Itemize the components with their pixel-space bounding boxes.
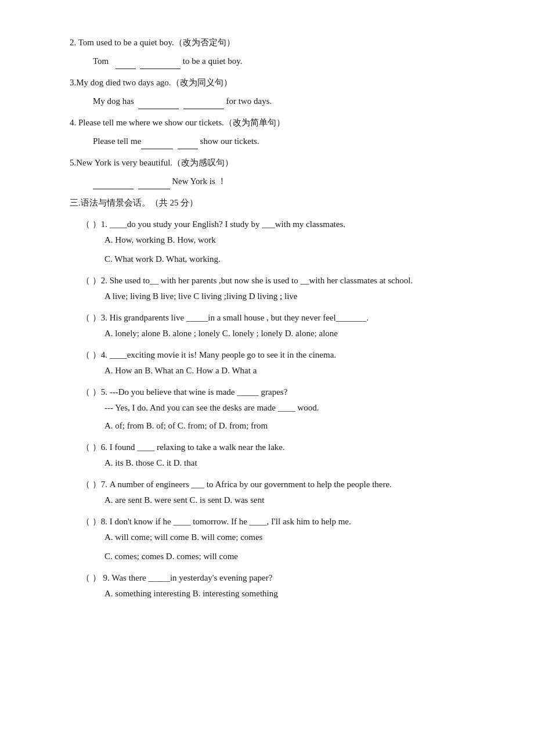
mc-q4-text: ____exciting movie it is! Many people go… — [110, 350, 336, 359]
mc-q2-opt1-text: A live; living B live; live C living ;li… — [104, 291, 298, 301]
question-3: 3.My dog died two days ago.（改为同义句） My do… — [70, 75, 488, 109]
mc-q9-opt1: A. something interesting B. interesting … — [104, 586, 488, 602]
mc-q7-opt1: A. are sent B. were sent C. is sent D. w… — [104, 492, 488, 508]
mc-q6-opt1-text: A. its B. those C. it D. that — [104, 458, 197, 467]
q5-suffix: New York is ！ — [172, 177, 226, 186]
mc-q5-opt1-text: A. of; from B. of; of C. from; of D. fro… — [104, 421, 268, 430]
mc-q8-paren: （ ）8. — [81, 517, 110, 526]
mc-q3: （ ）3. His grandparents live _____in a sm… — [70, 310, 488, 341]
mc-q4: （ ）4. ____exciting movie it is! Many peo… — [70, 347, 488, 379]
mc-q9-text: Was there _____in yesterday's evening pa… — [112, 573, 273, 582]
mc-q2-text: She used to__ with her parents ,but now … — [110, 276, 413, 285]
q5-answer: New York is ！ — [93, 173, 488, 189]
mc-q3-stem: （ ）3. His grandparents live _____in a sm… — [81, 310, 488, 326]
mc-q6-stem: （ ）6. I found ____ relaxing to take a wa… — [81, 440, 488, 455]
mc-q4-paren: （ ）4. — [81, 350, 110, 359]
mc-q8-opt2-text: C. comes; comes D. comes; will come — [104, 552, 238, 561]
mc-q1-opt1-text: A. How, working B. How, work — [104, 235, 216, 244]
q5-stem: 5.New York is very beautiful.（改为感叹句） — [70, 155, 488, 171]
mc-q2-opt1: A live; living B live; live C living ;li… — [104, 289, 488, 304]
mc-q1-opt2: C. What work D. What, working. — [104, 251, 488, 267]
mc-q7-paren: （ ）7. — [81, 480, 110, 489]
mc-q9-stem: （ ） 9. Was there _____in yesterday's eve… — [81, 570, 488, 586]
mc-q1-stem: （ ）1. ____do you study your English? I s… — [81, 217, 488, 232]
mc-q6-opt1: A. its B. those C. it D. that — [104, 455, 488, 471]
q2-suffix: to be a quiet boy. — [183, 56, 243, 66]
mc-q7-text: A number of engineers ___ to Africa by o… — [110, 480, 392, 489]
mc-q4-stem: （ ）4. ____exciting movie it is! Many peo… — [81, 347, 488, 363]
mc-q8-opt2: C. comes; comes D. comes; will come — [104, 549, 488, 564]
q4-answer: Please tell me show our tickets. — [93, 133, 488, 149]
mc-q7-stem: （ ）7. A number of engineers ___ to Afric… — [81, 477, 488, 492]
q2-prefix: Tom — [93, 56, 109, 66]
q4-stem: 4. Please tell me where we show our tick… — [70, 115, 488, 131]
section3-header: 三.语法与情景会话。（共 25 分） — [70, 195, 488, 211]
q2-blank2 — [140, 53, 181, 69]
mc-q1-text: ____do you study your English? I study b… — [110, 219, 345, 229]
mc-q5-stem2: --- Yes, I do. And you can see the desks… — [104, 400, 488, 416]
mc-q6-paren: （ ）6. — [81, 442, 110, 452]
mc-q1: （ ）1. ____do you study your English? I s… — [70, 217, 488, 267]
mc-q4-opt1: A. How an B. What an C. How a D. What a — [104, 363, 488, 379]
q4-blank2 — [178, 133, 198, 149]
q3-blank1 — [138, 93, 179, 109]
mc-q5-text: ---Do you believe that wine is made ____… — [110, 387, 288, 397]
mc-q2-paren: （ ）2. — [81, 276, 110, 285]
q3-stem: 3.My dog died two days ago.（改为同义句） — [70, 75, 488, 91]
mc-q1-opt2-text: C. What work D. What, working. — [104, 254, 221, 264]
mc-q5-paren: （ ）5. — [81, 387, 110, 397]
mc-q7: （ ）7. A number of engineers ___ to Afric… — [70, 477, 488, 508]
mc-q5: （ ）5. ---Do you believe that wine is mad… — [70, 384, 488, 434]
q3-blank2 — [183, 93, 224, 109]
question-4: 4. Please tell me where we show our tick… — [70, 115, 488, 149]
q4-suffix: show our tickets. — [200, 136, 259, 146]
q4-prefix: Please tell me — [93, 136, 141, 146]
mc-q3-opt1: A. lonely; alone B. alone ; lonely C. lo… — [104, 326, 488, 341]
mc-q4-opt1-text: A. How an B. What an C. How a D. What a — [104, 366, 257, 375]
mc-q6-text: I found ____ relaxing to take a walk nea… — [110, 442, 285, 452]
mc-q1-paren: （ ）1. — [81, 219, 110, 229]
mc-q8-opt1-text: A. will come; will come B. will come; co… — [104, 532, 262, 542]
q2-stem: 2. Tom used to be a quiet boy.（改为否定句） — [70, 35, 488, 51]
q2-answer: Tom to be a quiet boy. — [93, 53, 488, 69]
mc-q1-opt1: A. How, working B. How, work — [104, 232, 488, 248]
q5-blank2 — [138, 173, 170, 189]
mc-q8-opt1: A. will come; will come B. will come; co… — [104, 530, 488, 545]
q5-blank1 — [93, 173, 134, 189]
mc-q8: （ ）8. I don't know if he ____ tomorrow. … — [70, 514, 488, 564]
mc-q3-text: His grandparents live _____in a small ho… — [110, 313, 369, 322]
mc-q5-stem: （ ）5. ---Do you believe that wine is mad… — [81, 384, 488, 400]
q4-blank1 — [141, 133, 173, 149]
q3-answer: My dog has for two days. — [93, 93, 488, 109]
mc-q5-opt1: A. of; from B. of; of C. from; of D. fro… — [104, 418, 488, 434]
mc-q2-stem: （ ）2. She used to__ with her parents ,bu… — [81, 273, 488, 289]
q2-blank1 — [116, 53, 136, 69]
mc-q3-paren: （ ）3. — [81, 313, 110, 322]
mc-q9-opt1-text: A. something interesting B. interesting … — [104, 589, 278, 598]
mc-q2: （ ）2. She used to__ with her parents ,bu… — [70, 273, 488, 304]
mc-q3-opt1-text: A. lonely; alone B. alone ; lonely C. lo… — [104, 329, 338, 338]
question-2: 2. Tom used to be a quiet boy.（改为否定句） To… — [70, 35, 488, 69]
mc-q5-text2: --- Yes, I do. And you can see the desks… — [104, 403, 319, 412]
mc-q7-opt1-text: A. are sent B. were sent C. is sent D. w… — [104, 495, 264, 505]
mc-q9: （ ） 9. Was there _____in yesterday's eve… — [70, 570, 488, 602]
mc-q8-stem: （ ）8. I don't know if he ____ tomorrow. … — [81, 514, 488, 530]
q3-suffix: for two days. — [226, 96, 272, 106]
mc-q9-paren: （ ） 9. — [81, 573, 112, 582]
mc-q6: （ ）6. I found ____ relaxing to take a wa… — [70, 440, 488, 471]
question-5: 5.New York is very beautiful.（改为感叹句） New… — [70, 155, 488, 189]
q3-prefix: My dog has — [93, 96, 134, 106]
mc-q8-text: I don't know if he ____ tomorrow. If he … — [110, 517, 351, 526]
